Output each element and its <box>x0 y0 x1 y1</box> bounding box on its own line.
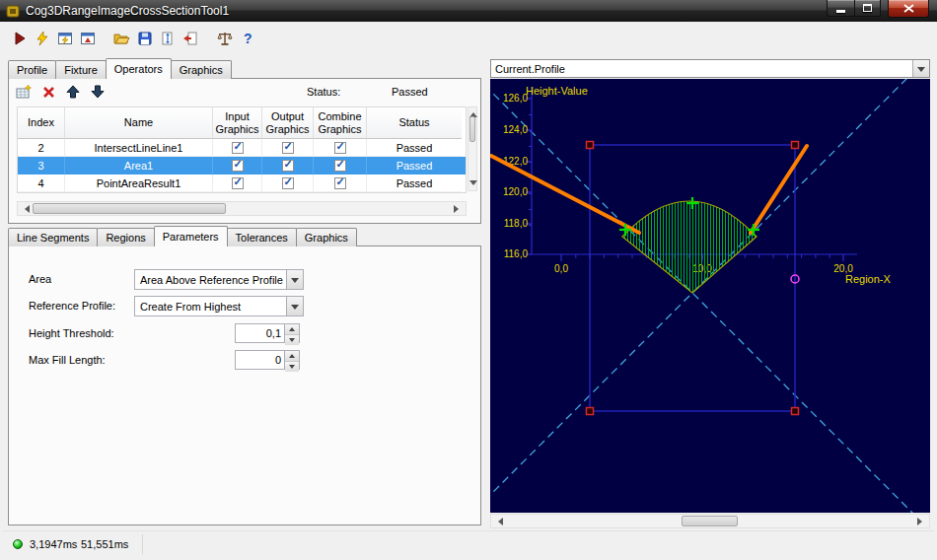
scroll-left-arrow[interactable] <box>494 518 503 525</box>
column-header-index[interactable]: Index <box>18 107 65 139</box>
cell-index: 2 <box>18 139 65 157</box>
cell-name: PointAreaResult1 <box>65 175 213 192</box>
window-icon[interactable] <box>6 4 20 18</box>
benchmark-button[interactable] <box>213 27 236 50</box>
close-icon <box>903 4 914 13</box>
max-fill-length-label: Max Fill Length: <box>29 354 106 366</box>
height-threshold-value[interactable]: 0,1 <box>236 324 284 342</box>
minimize-button[interactable] <box>827 0 854 17</box>
output-graphics-checkbox[interactable] <box>282 142 294 154</box>
column-header-combine[interactable]: Combine Graphics <box>314 107 367 139</box>
run-button[interactable] <box>8 27 31 50</box>
tab-graphics[interactable]: Graphics <box>171 60 232 79</box>
cell-name: IntersectLineLine1 <box>65 139 213 157</box>
table-row[interactable]: 2 IntersectLineLine1 Passed <box>18 139 466 157</box>
column-header-output[interactable]: Output Graphics <box>262 107 314 139</box>
tab-fixture[interactable]: Fixture <box>55 60 107 79</box>
spin-up-icon[interactable] <box>285 351 299 362</box>
subtab-line-segments[interactable]: Line Segments <box>8 228 98 246</box>
tab-profile[interactable]: Profile <box>8 60 56 79</box>
combine-graphics-checkbox[interactable] <box>334 177 346 189</box>
plot-horizontal-scrollbar[interactable] <box>490 514 930 528</box>
spin-down-icon[interactable] <box>285 335 299 345</box>
x-axis-title: Region-X <box>845 273 892 285</box>
scrollbar-thumb[interactable] <box>33 203 226 214</box>
table-row[interactable]: 4 PointAreaResult1 Passed <box>18 175 466 192</box>
subtab-tolerances[interactable]: Tolerances <box>227 228 297 246</box>
tab-operators[interactable]: Operators <box>106 58 172 79</box>
move-down-button[interactable] <box>89 83 107 101</box>
spin-down-icon[interactable] <box>285 362 299 372</box>
move-up-button[interactable] <box>64 83 82 101</box>
scrollbar-thumb[interactable] <box>682 516 738 526</box>
display-record-select[interactable]: Current.Profile <box>490 59 930 78</box>
cell-status: Passed <box>367 175 462 192</box>
cell-combine-graphics <box>314 139 367 157</box>
delete-operator-button[interactable] <box>39 83 57 101</box>
import-results-button[interactable] <box>179 27 201 50</box>
chevron-down-icon[interactable] <box>286 270 303 289</box>
table-row-selected[interactable]: 3 Area1 Passed <box>18 157 466 175</box>
display-record-value: Current.Profile <box>491 63 912 75</box>
add-operator-button[interactable] <box>15 83 33 101</box>
reference-profile-select[interactable]: Create From Highest <box>134 296 304 316</box>
cell-status: Passed <box>367 139 462 157</box>
scroll-right-arrow[interactable] <box>917 518 926 525</box>
subtab-regions[interactable]: Regions <box>97 228 154 246</box>
total-time: 51,551ms <box>81 538 128 550</box>
table-horizontal-scrollbar[interactable] <box>17 201 467 216</box>
electric-tool-window-button[interactable] <box>53 27 76 50</box>
combine-graphics-checkbox[interactable] <box>334 160 346 172</box>
output-graphics-checkbox[interactable] <box>282 177 294 189</box>
open-file-button[interactable] <box>110 27 133 50</box>
scrollbar-thumb[interactable] <box>469 116 475 142</box>
cell-output-graphics <box>262 139 314 157</box>
arrow-up-icon <box>66 85 80 99</box>
tool-window-button[interactable] <box>76 27 99 50</box>
column-header-name[interactable]: Name <box>65 107 213 139</box>
run-icon <box>12 31 28 46</box>
open-folder-icon <box>113 31 130 46</box>
input-graphics-checkbox[interactable] <box>232 177 244 189</box>
subtab-graphics[interactable]: Graphics <box>296 228 357 246</box>
area-select-value: Area Above Reference Profile <box>135 274 286 286</box>
input-graphics-checkbox[interactable] <box>232 160 244 172</box>
max-fill-length-value[interactable]: 0 <box>236 351 284 369</box>
window-title: Cog3DRangeImageCrossSectionTool1 <box>26 0 229 22</box>
area-select[interactable]: Area Above Reference Profile <box>134 269 304 290</box>
combine-graphics-checkbox[interactable] <box>334 142 346 154</box>
cell-input-graphics <box>213 139 262 157</box>
max-fill-length-input[interactable]: 0 <box>235 350 300 370</box>
subtab-parameters[interactable]: Parameters <box>154 226 228 246</box>
page-import-icon <box>182 31 198 46</box>
cell-output-graphics <box>262 157 314 175</box>
profile-plot-svg: Height-Value Region-X 126,0 124,0 122,0 … <box>490 79 930 513</box>
parameters-tab-panel: Area Area Above Reference Profile Refere… <box>8 245 481 525</box>
table-header: Index Name Input Graphics Output Graphic… <box>18 107 466 139</box>
profile-plot-display[interactable]: Height-Value Region-X 126,0 124,0 122,0 … <box>490 79 930 513</box>
scroll-down-arrow[interactable] <box>469 180 477 189</box>
statusbar-timing-panel: 3,1947ms 51,551ms <box>5 534 143 554</box>
table-vertical-scrollbar[interactable] <box>468 106 477 191</box>
maximize-button[interactable] <box>854 0 881 17</box>
titlebar[interactable]: Cog3DRangeImageCrossSectionTool1 <box>0 0 937 22</box>
help-button[interactable]: ? <box>236 27 258 50</box>
save-file-button[interactable] <box>133 27 156 50</box>
spin-up-icon[interactable] <box>285 324 299 335</box>
run-electric-button[interactable] <box>31 27 53 50</box>
update-results-button[interactable] <box>156 27 179 50</box>
column-header-status[interactable]: Status <box>367 107 462 139</box>
y-axis-title: Height-Value <box>526 85 588 97</box>
scroll-right-arrow[interactable] <box>454 205 463 213</box>
tool-window: Cog3DRangeImageCrossSectionTool1 <box>0 0 937 560</box>
close-button[interactable] <box>888 0 929 18</box>
main-tab-strip: Profile Fixture Operators Graphics <box>8 58 231 79</box>
run-status-led <box>13 539 23 549</box>
column-header-input[interactable]: Input Graphics <box>213 107 262 139</box>
chevron-down-icon[interactable] <box>912 60 929 77</box>
input-graphics-checkbox[interactable] <box>232 142 244 154</box>
scroll-left-arrow[interactable] <box>21 205 30 213</box>
height-threshold-input[interactable]: 0,1 <box>235 323 300 343</box>
output-graphics-checkbox[interactable] <box>282 160 294 172</box>
chevron-down-icon[interactable] <box>286 297 303 315</box>
